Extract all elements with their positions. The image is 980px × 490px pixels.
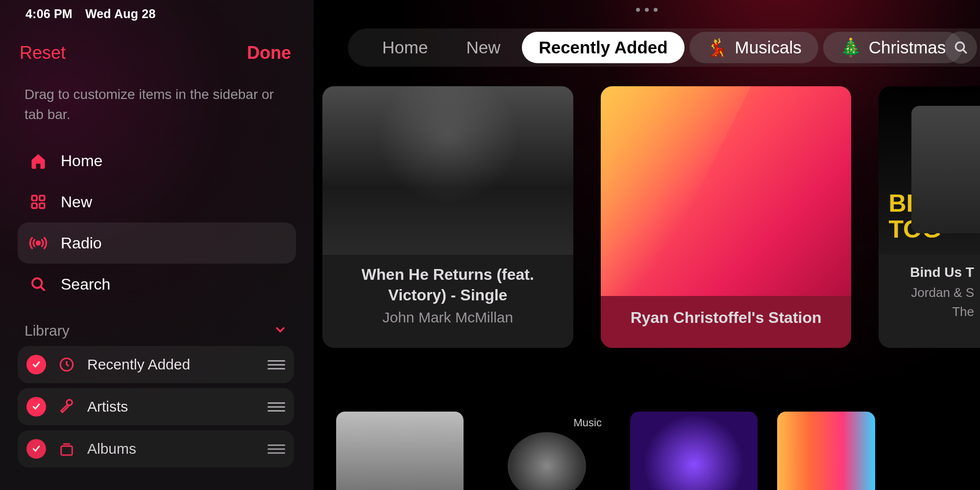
sidebar-item-label: New (61, 193, 92, 211)
svg-rect-1 (40, 196, 45, 200)
sidebar-item-label: Search (61, 275, 110, 294)
drag-handle-icon[interactable] (268, 360, 285, 369)
list-item[interactable]: Music (483, 412, 611, 490)
status-time: 4:06 PM (25, 7, 73, 21)
library-title: Library (24, 322, 70, 339)
list-item[interactable] (777, 412, 875, 490)
tab-new[interactable]: New (449, 32, 517, 63)
card-tertiary: The (890, 304, 974, 319)
chevron-down-icon (273, 323, 287, 339)
done-button[interactable]: Done (247, 43, 291, 63)
library-item-label: Albums (87, 441, 256, 457)
card-subtitle: John Mark McMillan (335, 309, 561, 326)
card-title: Ryan Christoffel's Station (613, 308, 839, 328)
library-item-albums[interactable]: Albums (18, 430, 294, 467)
tab-label: Musicals (735, 38, 802, 57)
tab-label: Recently Added (539, 38, 667, 57)
tab-label: New (466, 38, 500, 57)
sidebar-item-search[interactable]: Search (18, 264, 296, 305)
tab-bar: Home New Recently Added 💃Musicals 🎄Chris… (348, 28, 980, 67)
drag-handle-icon[interactable] (268, 444, 285, 454)
svg-rect-3 (40, 203, 45, 208)
album-art-text: BINI TOG (888, 191, 980, 242)
apple-music-badge: Music (574, 416, 611, 429)
stack-icon (58, 440, 75, 458)
card-subtitle: Jordan & S (890, 285, 974, 300)
tab-recently-added[interactable]: Recently Added (522, 32, 684, 63)
album-card[interactable]: When He Returns (feat. Victory) - Single… (322, 86, 573, 348)
grid-icon (28, 192, 48, 212)
svg-rect-2 (32, 203, 37, 208)
main-content: Home New Recently Added 💃Musicals 🎄Chris… (314, 0, 980, 490)
home-icon (28, 151, 48, 171)
status-bar: 4:06 PM Wed Aug 28 (18, 0, 296, 21)
list-item[interactable] (336, 412, 464, 490)
sidebar-item-home[interactable]: Home (18, 140, 296, 181)
svg-rect-8 (61, 446, 73, 455)
sidebar-nav: Home New Radio Search (18, 124, 296, 305)
sidebar-item-label: Home (61, 152, 102, 170)
library-item-artists[interactable]: Artists (18, 388, 294, 425)
station-card[interactable]: Ryan Christoffel's Station (601, 86, 852, 348)
library-item-label: Artists (87, 398, 256, 415)
library-section-header[interactable]: Library (18, 305, 296, 346)
album-art (322, 86, 573, 255)
svg-rect-0 (32, 196, 37, 200)
library-item-recently-added[interactable]: Recently Added (18, 346, 294, 383)
reset-button[interactable]: Reset (20, 43, 66, 63)
check-icon[interactable] (26, 355, 46, 374)
customize-sidebar-panel: 4:06 PM Wed Aug 28 Reset Done Drag to cu… (0, 0, 314, 490)
sidebar-item-new[interactable]: New (18, 181, 296, 222)
tab-label: Christmas (869, 38, 946, 57)
tab-musicals[interactable]: 💃Musicals (689, 32, 818, 63)
card-title: When He Returns (feat. Victory) - Single (335, 265, 561, 305)
status-date: Wed Aug 28 (85, 7, 156, 21)
sidebar-hint: Drag to customize items in the sidebar o… (18, 63, 296, 124)
tab-christmas[interactable]: 🎄Christmas (823, 32, 963, 63)
dancer-icon: 💃 (706, 37, 728, 58)
svg-point-7 (67, 400, 72, 405)
christmas-tree-icon: 🎄 (840, 37, 862, 58)
library-item-label: Recently Added (87, 356, 256, 373)
search-icon (28, 274, 48, 294)
svg-point-4 (36, 242, 40, 245)
clock-icon (58, 356, 75, 373)
album-art: BINI TOG (879, 86, 980, 255)
multitasking-dots-icon[interactable] (636, 8, 658, 12)
list-item[interactable] (630, 412, 758, 490)
sidebar-item-label: Radio (61, 234, 102, 252)
station-art (601, 86, 852, 296)
check-icon[interactable] (26, 397, 46, 416)
mic-icon (58, 398, 75, 416)
search-button[interactable] (945, 31, 977, 64)
card-title: Bind Us T (890, 264, 974, 281)
radio-icon (28, 233, 48, 253)
check-icon[interactable] (26, 439, 46, 459)
album-art (508, 432, 586, 490)
library-list: Recently Added Artists Albums (18, 346, 296, 467)
search-icon (953, 40, 969, 55)
tab-label: Home (382, 38, 428, 57)
album-card[interactable]: BINI TOG Bind Us T Jordan & S The (879, 86, 980, 348)
sidebar-item-radio[interactable]: Radio (18, 222, 296, 264)
tab-home[interactable]: Home (366, 32, 444, 63)
drag-handle-icon[interactable] (268, 402, 285, 412)
